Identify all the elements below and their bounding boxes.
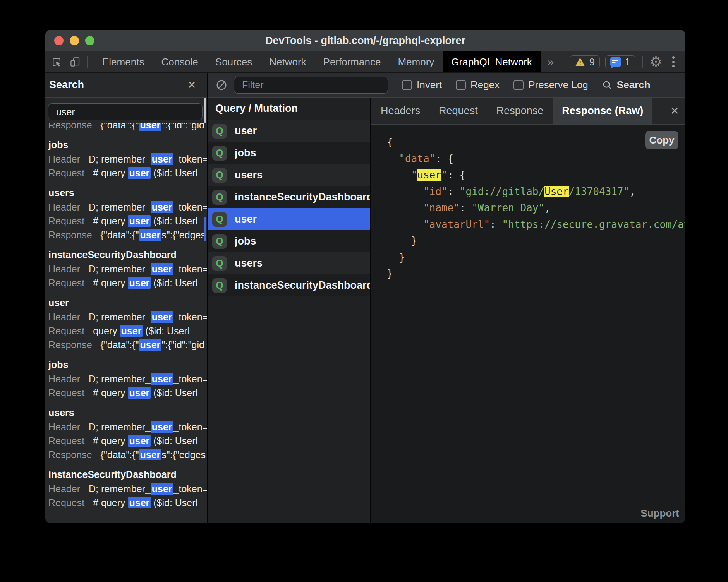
search-result-row[interactable]: Request# query user ($id: UserI [48, 166, 207, 180]
result-text: {"data":{" [101, 229, 139, 240]
response-tab-response[interactable]: Response [487, 98, 553, 124]
result-text: _token=e [173, 483, 207, 494]
response-tab-headers[interactable]: Headers [371, 98, 429, 124]
result-section-title[interactable]: user [48, 295, 207, 310]
json-token: : { [448, 169, 466, 181]
minimize-window-button[interactable] [70, 36, 79, 45]
result-section-title[interactable]: instanceSecurityDashboard [48, 467, 207, 482]
copy-button[interactable]: Copy [645, 131, 678, 149]
devtools-tab-memory[interactable]: Memory [389, 51, 443, 72]
match-highlight: user [128, 387, 151, 399]
search-panel: Search ✕ Response{"data":{"user":{"id":"… [45, 73, 208, 523]
search-result-row[interactable]: HeaderD; remember_user_token=e [48, 152, 207, 166]
clipped-result-row: Response{"data":{"user":{"id":"gid [48, 123, 207, 132]
warning-count: 9 [589, 56, 595, 68]
search-result-row[interactable]: HeaderD; remember_user_token=e [48, 420, 207, 434]
devtools-tab-graphql-network[interactable]: GraphQL Network [443, 51, 541, 72]
warnings-badge[interactable]: 9 [570, 55, 600, 68]
search-result-row[interactable]: HeaderD; remember_user_token=e [48, 310, 207, 324]
result-text: _token=e [173, 312, 207, 322]
search-result-row[interactable]: Response{"data":{"user":{"id":"gid [48, 123, 204, 132]
support-link[interactable]: Support [640, 507, 679, 519]
search-result-row[interactable]: HeaderD; remember_user_token=e [48, 372, 207, 386]
toolbar-right-group: 9 1 ⚙ [570, 55, 685, 69]
match-highlight: user [151, 263, 173, 275]
search-result-row[interactable]: Request# query user ($id: UserI [48, 386, 207, 400]
result-text: {"data":{" [101, 123, 139, 130]
zoom-window-button[interactable] [85, 36, 94, 45]
inspect-element-icon[interactable] [51, 56, 62, 68]
query-list-item[interactable]: Quser [208, 120, 370, 142]
query-type-badge: Q [212, 190, 227, 205]
search-result-row[interactable]: Request# query user ($id: UserI [48, 276, 207, 290]
json-token: "gid://gitlab/ [460, 186, 544, 197]
search-result-row[interactable]: HeaderD; remember_user_token=e [48, 482, 207, 496]
match-highlight: user [151, 201, 173, 213]
checkbox-preserve-log[interactable]: Preserve Log [513, 79, 588, 91]
result-row-label: Response [48, 339, 92, 350]
query-list-item[interactable]: Qjobs [208, 230, 370, 252]
query-list-item[interactable]: QinstanceSecurityDashboard [208, 274, 370, 296]
result-text: ($id: UserI [151, 435, 198, 446]
search-result-row[interactable]: Requestquery user ($id: UserI [48, 324, 207, 338]
json-token: : [490, 219, 502, 230]
result-section-title[interactable]: jobs [48, 357, 207, 372]
result-row-label: Response [48, 229, 92, 240]
search-close-icon[interactable]: ✕ [187, 80, 196, 91]
search-input[interactable] [48, 103, 203, 120]
checkbox-invert[interactable]: Invert [402, 79, 442, 91]
search-scrollbar-thumb[interactable] [204, 98, 206, 123]
result-row-label: Header [48, 264, 80, 274]
response-tab-response-raw-[interactable]: Response (Raw) [553, 98, 652, 124]
query-list-item[interactable]: QinstanceSecurityDashboard [208, 186, 370, 208]
result-section-title[interactable]: instanceSecurityDashboard [48, 247, 207, 262]
query-list-item[interactable]: Quser [208, 208, 370, 230]
json-token: } [387, 235, 417, 246]
result-text: {"data":{" [101, 449, 139, 460]
result-text: # query [93, 168, 128, 178]
search-result-row[interactable]: Response{"data":{"users":{"edges [48, 228, 207, 242]
clear-icon[interactable] [215, 79, 228, 91]
search-result-row[interactable]: HeaderD; remember_user_token=e [48, 262, 207, 276]
search-result-row[interactable]: Request# query user ($id: UserI [48, 496, 207, 510]
detail-close-icon[interactable]: ✕ [670, 104, 679, 117]
devtools-tab-network[interactable]: Network [261, 51, 314, 72]
search-toggle[interactable]: Search [601, 79, 651, 91]
device-toolbar-icon[interactable] [69, 56, 81, 68]
result-text: _token=e [173, 421, 207, 432]
query-list-item[interactable]: Qjobs [208, 142, 370, 164]
result-text: D; remember_ [89, 373, 151, 384]
result-text: _token=e [173, 264, 207, 274]
settings-gear-icon[interactable]: ⚙ [650, 55, 662, 69]
match-highlight: user [139, 449, 162, 460]
search-result-row[interactable]: Request# query user ($id: UserI [48, 214, 207, 228]
checkbox-box[interactable] [402, 80, 412, 90]
match-highlight: user [120, 325, 143, 337]
query-list-item[interactable]: Qusers [208, 164, 370, 186]
more-options-icon[interactable] [670, 56, 677, 67]
close-window-button[interactable] [54, 36, 64, 45]
result-section-title[interactable]: jobs [48, 137, 207, 152]
query-name: jobs [235, 147, 256, 159]
result-section-title[interactable]: users [48, 405, 207, 420]
result-section-title[interactable]: users [48, 185, 207, 200]
result-text: # query [93, 497, 128, 508]
issues-badge[interactable]: 1 [605, 55, 635, 68]
devtools-tab-elements[interactable]: Elements [94, 51, 153, 72]
checkbox-regex[interactable]: Regex [456, 79, 500, 91]
search-result-row[interactable]: HeaderD; remember_user_token=e [48, 200, 207, 214]
search-result-row[interactable]: Response{"data":{"users":{"edges [48, 448, 207, 462]
checkbox-box[interactable] [513, 80, 524, 90]
search-result-row[interactable]: Response{"data":{"user":{"id":"gid [48, 338, 207, 352]
query-list-item[interactable]: Qusers [208, 252, 370, 274]
devtools-tab-sources[interactable]: Sources [207, 51, 261, 72]
filter-input[interactable] [234, 77, 388, 94]
checkbox-box[interactable] [456, 80, 466, 90]
search-toggle-label: Search [617, 79, 651, 91]
response-tab-request[interactable]: Request [429, 98, 487, 124]
devtools-tab-performance[interactable]: Performance [315, 51, 390, 72]
devtools-tab-console[interactable]: Console [153, 51, 206, 72]
query-name: user [235, 213, 257, 225]
more-tabs-chevron[interactable]: » [548, 55, 554, 68]
search-result-row[interactable]: Request# query user ($id: UserI [48, 434, 207, 448]
